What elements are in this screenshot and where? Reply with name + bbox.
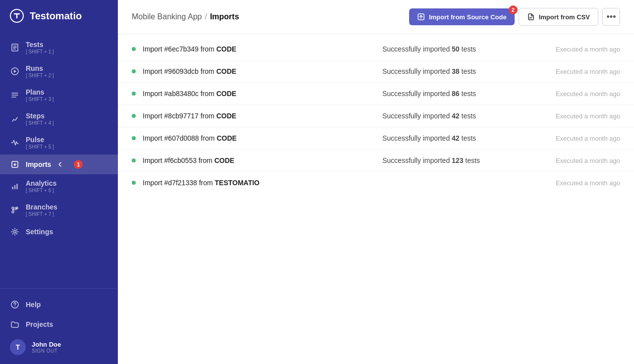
sidebar-bottom: Help Projects T John Doe SIGN OUT bbox=[0, 288, 118, 364]
user-signout[interactable]: SIGN OUT bbox=[32, 348, 61, 354]
import-source-label: Import from Source Code bbox=[429, 13, 507, 21]
tests-label: Tests bbox=[26, 41, 54, 49]
import-row[interactable]: Import #f6cb0553 from CODESuccessfully i… bbox=[118, 150, 634, 172]
more-options-icon: ••• bbox=[607, 12, 616, 22]
import-row[interactable]: Import #ab83480c from CODESuccessfully i… bbox=[118, 83, 634, 105]
import-source-button[interactable]: Import from Source Code 2 bbox=[409, 8, 515, 25]
import-source-icon bbox=[417, 13, 425, 21]
svg-rect-3 bbox=[12, 187, 13, 189]
pulse-label: Pulse bbox=[26, 136, 54, 144]
import-name: Import #607d0088 from CODE bbox=[143, 134, 382, 142]
imports-list: Import #6ec7b349 from CODESuccessfully i… bbox=[118, 34, 634, 364]
settings-text: Settings bbox=[26, 228, 53, 236]
tests-icon bbox=[10, 43, 20, 52]
import-csv-button[interactable]: Import from CSV bbox=[519, 8, 598, 26]
import-status-dot bbox=[132, 92, 136, 96]
steps-shortcut: [ SHIFT + 4 ] bbox=[26, 120, 54, 126]
import-name: Import #d7f21338 from TESTOMATIO bbox=[143, 179, 382, 187]
analytics-shortcut: [ SHIFT + 6 ] bbox=[26, 188, 56, 193]
sidebar-item-analytics[interactable]: Analytics [ SHIFT + 6 ] bbox=[0, 174, 118, 198]
main-content: Mobile Banking App / Imports Import from… bbox=[118, 0, 634, 364]
runs-text: Runs [ SHIFT + 2 ] bbox=[26, 64, 54, 78]
topbar: Mobile Banking App / Imports Import from… bbox=[118, 0, 634, 34]
import-status-dot bbox=[132, 158, 136, 162]
import-row[interactable]: Import #96093dcb from CODESuccessfully i… bbox=[118, 60, 634, 83]
import-time: Executed a month ago bbox=[521, 179, 620, 187]
import-name: Import #f6cb0553 from CODE bbox=[143, 156, 382, 164]
branches-label: Branches bbox=[26, 203, 57, 211]
logo-icon bbox=[10, 9, 24, 23]
sidebar-item-pulse[interactable]: Pulse [ SHIFT + 5 ] bbox=[0, 131, 118, 155]
import-time: Executed a month ago bbox=[521, 68, 620, 75]
runs-shortcut: [ SHIFT + 2 ] bbox=[26, 73, 54, 78]
import-status: Successfully imported 86 tests bbox=[382, 90, 521, 98]
sidebar: Testomatio Tests [ SHIFT + 1 ] bbox=[0, 0, 118, 364]
plans-text: Plans [ SHIFT + 3 ] bbox=[26, 88, 54, 102]
import-status-dot bbox=[132, 181, 136, 185]
svg-rect-4 bbox=[14, 185, 16, 189]
user-info: John Doe SIGN OUT bbox=[32, 341, 61, 354]
steps-text: Steps [ SHIFT + 4 ] bbox=[26, 112, 54, 126]
import-time: Executed a month ago bbox=[521, 46, 620, 53]
tests-text: Tests [ SHIFT + 1 ] bbox=[26, 41, 54, 54]
settings-icon bbox=[10, 227, 20, 237]
topbar-actions: Import from Source Code 2 Import from CS… bbox=[409, 8, 620, 26]
import-csv-icon bbox=[527, 13, 535, 21]
breadcrumb-separator: / bbox=[205, 12, 207, 21]
pulse-shortcut: [ SHIFT + 5 ] bbox=[26, 144, 54, 150]
sidebar-item-runs[interactable]: Runs [ SHIFT + 2 ] bbox=[0, 59, 118, 83]
sidebar-item-settings[interactable]: Settings bbox=[0, 222, 118, 242]
svg-rect-5 bbox=[16, 184, 18, 189]
user-profile[interactable]: T John Doe SIGN OUT bbox=[0, 334, 118, 360]
projects-label: Projects bbox=[26, 320, 53, 328]
sidebar-item-plans[interactable]: Plans [ SHIFT + 3 ] bbox=[0, 83, 118, 107]
import-time: Executed a month ago bbox=[521, 135, 620, 142]
import-name: Import #8cb97717 from CODE bbox=[143, 112, 382, 120]
runs-icon bbox=[10, 66, 20, 76]
import-status: Successfully imported 50 tests bbox=[382, 45, 521, 53]
analytics-label: Analytics bbox=[26, 179, 56, 187]
import-name: Import #96093dcb from CODE bbox=[143, 67, 382, 75]
import-source-badge: 2 bbox=[509, 5, 518, 14]
user-name: John Doe bbox=[32, 341, 61, 348]
import-name: Import #6ec7b349 from CODE bbox=[143, 45, 382, 53]
pulse-icon bbox=[10, 138, 20, 148]
imports-badge: 1 bbox=[74, 160, 83, 169]
breadcrumb-current: Imports bbox=[210, 12, 239, 21]
import-time: Executed a month ago bbox=[521, 157, 620, 164]
import-status-dot bbox=[132, 114, 136, 118]
sidebar-item-tests[interactable]: Tests [ SHIFT + 1 ] bbox=[0, 36, 118, 59]
runs-label: Runs bbox=[26, 64, 54, 72]
plans-label: Plans bbox=[26, 88, 54, 96]
branches-text: Branches [ SHIFT + 7 ] bbox=[26, 203, 57, 217]
branches-icon bbox=[10, 205, 20, 215]
analytics-icon bbox=[10, 181, 20, 191]
sidebar-item-help[interactable]: Help bbox=[0, 295, 118, 314]
import-row[interactable]: Import #607d0088 from CODESuccessfully i… bbox=[118, 127, 634, 150]
import-status: Successfully imported 42 tests bbox=[382, 112, 521, 120]
settings-label: Settings bbox=[26, 228, 53, 236]
more-options-button[interactable]: ••• bbox=[602, 8, 620, 26]
import-time: Executed a month ago bbox=[521, 112, 620, 120]
import-row[interactable]: Import #6ec7b349 from CODESuccessfully i… bbox=[118, 38, 634, 60]
import-status-dot bbox=[132, 136, 136, 140]
sidebar-item-projects[interactable]: Projects bbox=[0, 314, 118, 334]
import-row[interactable]: Import #d7f21338 from TESTOMATIOExecuted… bbox=[118, 172, 634, 194]
svg-point-9 bbox=[14, 231, 16, 233]
breadcrumb-project: Mobile Banking App bbox=[132, 12, 202, 21]
sidebar-item-steps[interactable]: Steps [ SHIFT + 4 ] bbox=[0, 107, 118, 131]
import-time: Executed a month ago bbox=[521, 90, 620, 98]
import-status-dot bbox=[132, 47, 136, 51]
app-logo[interactable]: Testomatio bbox=[0, 0, 118, 32]
imports-arrow bbox=[58, 160, 66, 168]
sidebar-item-imports[interactable]: Imports 1 bbox=[0, 155, 118, 174]
steps-label: Steps bbox=[26, 112, 54, 120]
breadcrumb: Mobile Banking App / Imports bbox=[132, 12, 239, 21]
app-name: Testomatio bbox=[30, 10, 82, 22]
import-row[interactable]: Import #8cb97717 from CODESuccessfully i… bbox=[118, 105, 634, 127]
analytics-text: Analytics [ SHIFT + 6 ] bbox=[26, 179, 56, 193]
svg-point-11 bbox=[14, 306, 15, 307]
sidebar-item-branches[interactable]: Branches [ SHIFT + 7 ] bbox=[0, 198, 118, 222]
user-avatar: T bbox=[10, 339, 26, 355]
imports-text: Imports bbox=[26, 160, 51, 168]
